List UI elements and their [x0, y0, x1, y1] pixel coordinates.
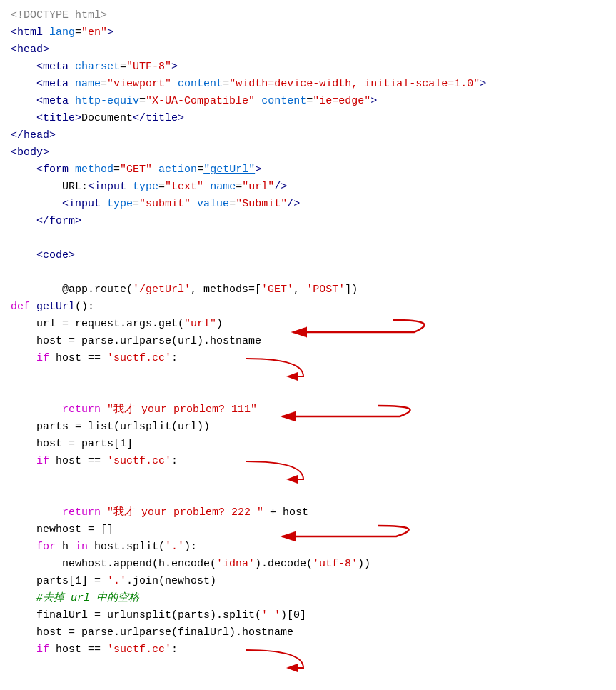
line-18: def getUrl(): [11, 299, 605, 316]
line-15: <code> [11, 247, 605, 264]
line-17: @app.route('/getUrl', methods=['GET', 'P… [11, 281, 605, 299]
line-22: return "我才 your problem? 111" [11, 401, 605, 419]
line-30: parts[1] = '.'.join(newhost) [11, 573, 605, 590]
line-29: newhost.append(h.encode('idna').decode('… [11, 556, 605, 573]
line-4: <meta charset="UTF-8"> [11, 59, 605, 76]
line-19: url = request.args.get("url") [11, 316, 605, 333]
line-28: for h in host.split('.'): [11, 539, 605, 556]
line-10: <form method="GET" action="getUrl"> [11, 161, 605, 179]
line-2: <html lang="en"> [11, 24, 605, 41]
line-24: host = parts[1] [11, 436, 605, 453]
line-7: <title>Document</title> [11, 110, 605, 127]
line-3: <head> [11, 41, 605, 59]
line-blank-1 [11, 230, 605, 247]
line-12: <input type="submit" value="Submit"/> [11, 196, 605, 213]
line-26: return "我才 your problem? 222 " + host [11, 504, 605, 521]
line-9: <body> [11, 144, 605, 161]
line-20: host = parse.urlparse(url).hostname [11, 333, 605, 350]
line-blank-2 [11, 264, 605, 281]
line-5: <meta name="viewport" content="width=dev… [11, 76, 605, 93]
code-container: <!DOCTYPE html> <html lang="en"> <head> … [11, 7, 605, 690]
line-23: parts = list(urlsplit(url)) [11, 419, 605, 436]
line-27: newhost = [] [11, 521, 605, 539]
line-32: finalUrl = urlunsplit(parts).split(' ')[… [11, 607, 605, 624]
line-34: if host == 'suctf.cc': [11, 641, 605, 690]
line-1: <!DOCTYPE html> [11, 7, 605, 24]
arrow-1 [246, 351, 389, 380]
arrow-2 [246, 454, 389, 483]
line-6: <meta http-equiv="X-UA-Compatible" conte… [11, 93, 605, 110]
arrow-3 [246, 643, 389, 671]
line-13: </form> [11, 213, 605, 230]
line-33: host = parse.urlparse(finalUrl).hostname [11, 624, 605, 641]
line-8: </head> [11, 127, 605, 144]
line-11: URL:<input type="text" name="url"/> [11, 179, 605, 196]
line-21: if host == 'suctf.cc': [11, 350, 605, 401]
line-25: if host == 'suctf.cc': [11, 453, 605, 504]
line-31: #去掉 url 中的空格 [11, 590, 605, 607]
